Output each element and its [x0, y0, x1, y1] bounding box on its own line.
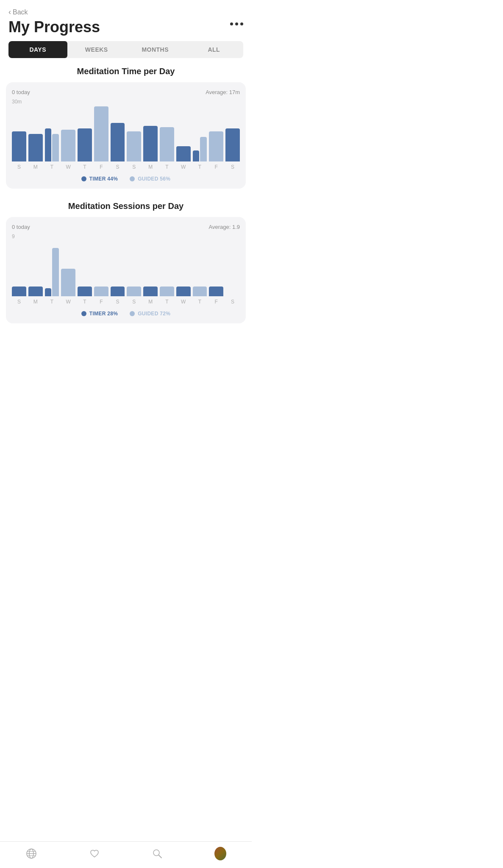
timer-bar [78, 287, 92, 296]
timer-bar [111, 123, 125, 161]
guided-bar [61, 269, 75, 296]
bar-group [28, 134, 43, 161]
guided-bar [127, 287, 141, 296]
x-label: T [160, 164, 174, 170]
timer-bar [143, 287, 158, 296]
x-label: S [12, 164, 26, 170]
guided-bar [61, 130, 75, 161]
bar-group [45, 248, 59, 296]
bar-group [12, 287, 26, 296]
guided-dot2 [130, 311, 135, 316]
x-label: F [209, 299, 223, 305]
chart2-today: 0 today [12, 224, 30, 230]
tab-months[interactable]: MONTHS [126, 41, 185, 58]
timer-bar [45, 128, 52, 161]
tab-all[interactable]: ALL [185, 41, 244, 58]
timer-bar [28, 287, 43, 296]
chart1-today: 0 today [12, 89, 30, 95]
x-label: W [61, 299, 75, 305]
chart2-timer-label: TIMER 28% [89, 311, 118, 317]
timer-bar [143, 126, 158, 162]
x-label: T [45, 164, 59, 170]
x-label: T [160, 299, 174, 305]
chart2-y-label: 9 [12, 234, 240, 239]
bar-group [94, 287, 108, 296]
chart1-y-label: 30m [12, 99, 240, 105]
bar-group [225, 128, 240, 161]
chart2-guided-label: GUIDED 72% [138, 311, 170, 317]
x-label: S [127, 299, 141, 305]
chart1-guided-label: GUIDED 56% [138, 176, 170, 182]
chart2-x-labels: SMTWTFSSMTWTFS [12, 299, 240, 305]
x-label: T [193, 299, 207, 305]
chart2-bars [12, 241, 240, 296]
chart1-average: Average: 17m [206, 89, 240, 95]
bar-group [193, 137, 207, 162]
guided-bar [94, 287, 108, 296]
bar-group [61, 269, 75, 296]
guided-dot [130, 176, 135, 181]
chart2-title: Meditation Sessions per Day [0, 201, 252, 211]
bar-group [94, 106, 108, 161]
guided-bar [200, 137, 207, 162]
x-label: S [225, 164, 240, 170]
chart1-legend-guided: GUIDED 56% [130, 176, 170, 182]
dot-2 [235, 22, 238, 25]
chart1-timer-label: TIMER 44% [89, 176, 118, 182]
timer-bar [111, 287, 125, 296]
bar-group [78, 128, 92, 161]
guided-bar [52, 248, 59, 296]
tab-weeks[interactable]: WEEKS [67, 41, 126, 58]
chart2-legend-guided: GUIDED 72% [130, 311, 170, 317]
timer-bar [12, 131, 26, 162]
x-label: S [225, 299, 240, 305]
bar-group [209, 287, 223, 296]
bar-group [45, 128, 59, 161]
x-label: T [78, 164, 92, 170]
x-label: M [28, 164, 43, 170]
timer-dot2 [81, 311, 86, 316]
bar-group [143, 287, 158, 296]
bar-group [209, 131, 223, 162]
timer-bar [176, 287, 191, 296]
dot-3 [240, 22, 243, 25]
bar-group [127, 287, 141, 296]
x-label: T [78, 299, 92, 305]
bar-group [12, 131, 26, 162]
bar-group [193, 287, 207, 296]
chart2-legend: TIMER 28% GUIDED 72% [12, 311, 240, 317]
timer-bar [225, 128, 240, 161]
timer-dot [81, 176, 86, 181]
bar-group [160, 127, 174, 161]
guided-bar [52, 134, 59, 161]
x-label: W [176, 299, 191, 305]
guided-bar [127, 131, 141, 162]
more-options-button[interactable] [230, 18, 243, 25]
timer-bar [209, 287, 223, 296]
x-label: T [45, 299, 59, 305]
timer-bar [193, 150, 200, 161]
guided-bar [193, 287, 207, 296]
x-label: F [209, 164, 223, 170]
x-label: S [12, 299, 26, 305]
guided-bar [94, 106, 108, 161]
chart1-x-labels: SMTWTFSSMTWTFS [12, 164, 240, 170]
chart1-legend: TIMER 44% GUIDED 56% [12, 176, 240, 182]
guided-bar [160, 287, 174, 296]
back-button[interactable]: ‹ Back [8, 8, 243, 17]
x-label: F [94, 164, 108, 170]
tab-days[interactable]: DAYS [8, 41, 67, 58]
timer-bar [78, 128, 92, 161]
timer-bar [45, 288, 52, 297]
chart2-average: Average: 1.9 [209, 224, 240, 230]
x-label: M [143, 164, 158, 170]
x-label: W [176, 164, 191, 170]
chart1-card: 0 today Average: 17m 30m SMTWTFSSMTWTFS … [6, 82, 246, 189]
timer-bar [28, 134, 43, 161]
bar-group [176, 146, 191, 161]
chart1-bars [12, 106, 240, 161]
page-title: My Progress [8, 18, 100, 36]
x-label: M [28, 299, 43, 305]
dot-1 [230, 22, 233, 25]
guided-bar [160, 127, 174, 161]
